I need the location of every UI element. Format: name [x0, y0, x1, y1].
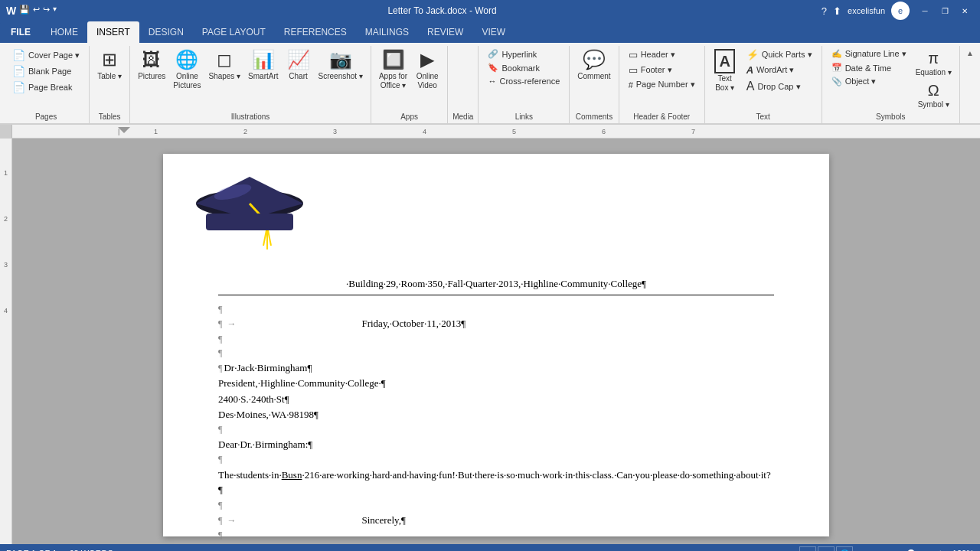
- ribbon-group-illustrations: 🖼 Pictures 🌐 OnlinePictures ◻ Shapes ▾ 📊…: [130, 46, 371, 123]
- pictures-icon: 🖼: [142, 49, 161, 71]
- user-avatar[interactable]: e: [891, 2, 910, 20]
- comment-label: Comment: [577, 72, 610, 81]
- ribbon-toggle-icon[interactable]: ⬆: [833, 5, 841, 17]
- ribbon-collapse[interactable]: ▲: [963, 46, 977, 123]
- help-icon[interactable]: ?: [822, 5, 827, 17]
- footer-label: Footer ▾: [641, 65, 672, 75]
- shapes-button[interactable]: ◻ Shapes ▾: [205, 47, 243, 83]
- wordart-button[interactable]: A WordArt ▾: [742, 63, 817, 77]
- table-icon: ⊞: [102, 49, 117, 71]
- para-blank-4: ¶: [218, 423, 774, 436]
- zoom-in-icon[interactable]: +: [938, 548, 943, 551]
- date-time-button[interactable]: 📅 Date & Time: [827, 61, 911, 74]
- chart-button[interactable]: 📈 Chart: [283, 47, 314, 83]
- media-group-items: [456, 47, 471, 111]
- signature-line-button[interactable]: ✍ Signature Line ▾: [827, 47, 911, 60]
- graduation-cap-image[interactable]: [191, 169, 309, 273]
- apps-for-office-button[interactable]: 🔲 Apps forOffice ▾: [376, 47, 410, 92]
- ribbon-group-apps: 🔲 Apps forOffice ▾ ▶ OnlineVideo Apps: [371, 46, 448, 123]
- para-blank-6: ¶: [218, 499, 774, 512]
- quick-parts-label: Quick Parts ▾: [762, 50, 812, 60]
- date-time-icon: 📅: [831, 63, 842, 73]
- hyperlink-button[interactable]: 🔗 Hyperlink: [483, 47, 564, 60]
- undo-icon[interactable]: ↩: [33, 5, 40, 17]
- pages-group-items: 📄 Cover Page ▾ 📄 Blank Page 📄 Page Break: [8, 47, 84, 111]
- body-text: The·students·in·Busn·216·are·working·har…: [218, 469, 771, 496]
- online-pictures-button[interactable]: 🌐 OnlinePictures: [170, 47, 204, 92]
- tab-references[interactable]: REFERENCES: [275, 21, 356, 43]
- header-button[interactable]: ▭ Header ▾: [624, 47, 700, 62]
- recipient-street: 2400·S.·240th·St¶: [218, 393, 289, 406]
- tables-group-label: Tables: [94, 111, 125, 123]
- pages-buttons: 📄 Cover Page ▾ 📄 Blank Page 📄 Page Break: [8, 47, 84, 95]
- drop-cap-button[interactable]: A Drop Cap ▾: [742, 78, 817, 95]
- comments-group-items: 💬 Comment: [574, 47, 613, 111]
- blank-page-button[interactable]: 📄 Blank Page: [8, 64, 84, 79]
- links-group-label: Links: [483, 111, 564, 123]
- quick-parts-button[interactable]: ⚡ Quick Parts ▾: [742, 47, 817, 62]
- indent-marker[interactable]: [118, 127, 130, 133]
- tab-review[interactable]: REVIEW: [418, 21, 472, 43]
- user-name[interactable]: excelisfun: [848, 6, 885, 15]
- tab-design[interactable]: DESIGN: [139, 21, 193, 43]
- ribbon-tabs: FILE HOME INSERT DESIGN PAGE LAYOUT REFE…: [0, 21, 980, 43]
- drop-cap-label: Drop Cap ▾: [757, 82, 800, 92]
- text-group-items: A TextBox ▾ ⚡ Quick Parts ▾ A WordArt ▾ …: [710, 47, 817, 111]
- date-text: Friday,·October·11,·2013¶: [361, 317, 466, 331]
- ribbon-group-links: 🔗 Hyperlink 🔖 Bookmark ↔ Cross-reference…: [479, 46, 570, 123]
- comment-button[interactable]: 💬 Comment: [574, 47, 613, 83]
- ribbon-group-symbols: ✍ Signature Line ▾ 📅 Date & Time 📎 Objec…: [822, 46, 960, 123]
- table-label: Table ▾: [97, 72, 122, 81]
- quick-save-icon[interactable]: 💾: [19, 5, 30, 17]
- page-number-button[interactable]: # Page Number ▾: [624, 78, 700, 91]
- shapes-icon: ◻: [217, 49, 232, 71]
- customize-icon[interactable]: ▾: [53, 5, 57, 17]
- tab-home[interactable]: HOME: [41, 21, 87, 43]
- tab-file[interactable]: FILE: [0, 21, 41, 43]
- cover-page-button[interactable]: 📄 Cover Page ▾: [8, 47, 84, 63]
- page-break-label: Page Break: [28, 83, 72, 92]
- address-header-line: ·Building·29,·Room·350,·Fall·Quarter·201…: [218, 276, 774, 295]
- pictures-button[interactable]: 🖼 Pictures: [135, 47, 168, 83]
- page-break-button[interactable]: 📄 Page Break: [8, 80, 84, 95]
- restore-button[interactable]: ❐: [936, 3, 954, 18]
- chart-label: Chart: [289, 72, 307, 81]
- smartart-button[interactable]: 📊 SmartArt: [245, 47, 281, 83]
- document-area: 1 2 3 4: [0, 139, 980, 544]
- header-label: Header ▾: [641, 50, 675, 60]
- web-layout-view-button[interactable]: 🌐: [836, 546, 853, 551]
- document-content[interactable]: ·Building·29,·Room·350,·Fall·Quarter·201…: [218, 276, 774, 544]
- drop-cap-icon: A: [746, 80, 755, 93]
- read-mode-view-button[interactable]: ≡: [818, 546, 835, 551]
- footer-button[interactable]: ▭ Footer ▾: [624, 63, 700, 77]
- table-button[interactable]: ⊞ Table ▾: [94, 47, 125, 83]
- document-page[interactable]: ·Building·29,·Room·350,·Fall·Quarter·201…: [163, 154, 829, 536]
- illustrations-group-label: Illustrations: [135, 111, 366, 123]
- cross-reference-button[interactable]: ↔ Cross-reference: [483, 75, 564, 87]
- equation-button[interactable]: π Equation ▾: [913, 47, 955, 79]
- bookmark-button[interactable]: 🔖 Bookmark: [483, 61, 564, 74]
- hyperlink-icon: 🔗: [488, 49, 498, 59]
- tab-insert[interactable]: INSERT: [87, 21, 139, 43]
- tab-view[interactable]: VIEW: [472, 21, 514, 43]
- print-layout-view-button[interactable]: ▭: [799, 546, 816, 551]
- redo-icon[interactable]: ↪: [43, 5, 50, 17]
- tab-mailings[interactable]: MAILINGS: [356, 21, 418, 43]
- view-buttons: ▭ ≡ 🌐: [799, 546, 853, 551]
- online-pictures-icon: 🌐: [175, 49, 198, 71]
- close-button[interactable]: ✕: [956, 3, 974, 18]
- object-button[interactable]: 📎 Object ▾: [827, 75, 911, 88]
- header-footer-group-label: Header & Footer: [624, 111, 700, 123]
- zoom-out-icon[interactable]: −: [859, 548, 864, 551]
- apps-group-items: 🔲 Apps forOffice ▾ ▶ OnlineVideo: [376, 47, 443, 111]
- body-paragraph: The·students·in·Busn·216·are·working·har…: [218, 468, 774, 497]
- symbol-button[interactable]: Ω Symbol ▾: [913, 80, 955, 111]
- text-box-button[interactable]: A TextBox ▾: [710, 47, 740, 94]
- document-scroll-area[interactable]: ·Building·29,·Room·350,·Fall·Quarter·201…: [12, 139, 980, 544]
- screenshot-button[interactable]: 📷 Screenshot ▾: [315, 47, 366, 83]
- online-video-button[interactable]: ▶ OnlineVideo: [412, 47, 443, 92]
- object-label: Object ▾: [845, 77, 877, 86]
- minimize-button[interactable]: ─: [916, 3, 934, 18]
- tab-pagelayout[interactable]: PAGE LAYOUT: [193, 21, 275, 43]
- para-blank-3: ¶: [218, 347, 774, 360]
